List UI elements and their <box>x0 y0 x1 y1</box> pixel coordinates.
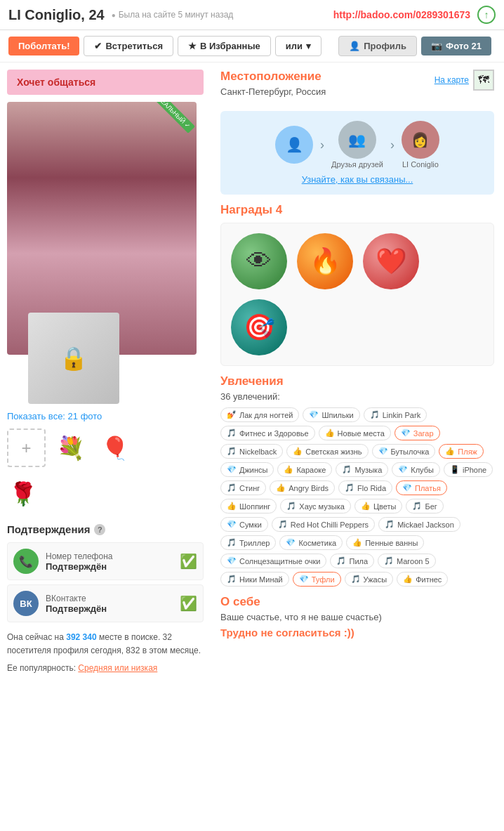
tag-icon: 🎵 <box>345 483 354 492</box>
tag-item[interactable]: 💎Шпильки <box>303 407 359 422</box>
avatar-user: 👩 <box>402 121 439 159</box>
interests-section: Увлечения 36 увлечений: 💅Лак для ногтей💎… <box>220 374 494 587</box>
tag-item[interactable]: 👍Цветы <box>354 499 403 513</box>
upload-button[interactable]: ↑ <box>477 6 496 24</box>
tag-item[interactable]: 🎵Хаус музыка <box>280 499 351 513</box>
tag-item[interactable]: 🎵Пила <box>330 554 374 568</box>
vk-status: Подтверждён <box>46 603 180 614</box>
tag-icon: 🎵 <box>412 502 422 511</box>
tag-label: Солнцезащитные очки <box>239 557 320 565</box>
tag-icon: 💎 <box>398 465 408 474</box>
tag-icon: 🎵 <box>342 465 352 474</box>
tag-item[interactable]: 👍Пляж <box>439 444 484 459</box>
tag-item[interactable]: 💎Солнцезащитные очки <box>220 554 326 568</box>
interests-count: 36 увлечений: <box>220 391 494 402</box>
tag-item[interactable]: 👍Шоппинг <box>220 499 277 513</box>
tag-item[interactable]: 🎵Ники Минай <box>220 572 289 587</box>
tag-label: Светская жизнь <box>305 447 362 456</box>
tag-item[interactable]: 💎Клубы <box>392 462 440 477</box>
tag-item[interactable]: 👍Караоке <box>277 462 332 477</box>
tag-item[interactable]: 🎵Nickelback <box>220 444 283 459</box>
gifts-row: + 💐 🎈 <box>7 428 204 467</box>
profile-link[interactable]: http://badoo.com/0289301673 <box>333 9 470 20</box>
meet-label: Встретиться <box>105 41 163 51</box>
show-all-photos-link[interactable]: Показать все: 21 фото <box>7 411 204 421</box>
tag-item[interactable]: 🎵Фитнес и Здоровье <box>220 426 315 440</box>
map-icon[interactable]: 🗺 <box>473 70 494 91</box>
tag-item[interactable]: 📱iPhone <box>444 462 493 477</box>
tag-item[interactable]: 🎵Музыка <box>336 462 388 477</box>
meet-button[interactable]: ✔ Встретиться <box>84 36 173 56</box>
tag-item[interactable]: 🎵Бег <box>406 499 443 513</box>
tag-label: Караоке <box>296 466 326 474</box>
profile-label: Профиль <box>364 41 406 51</box>
tag-label: Angry Birds <box>289 484 329 492</box>
tag-item[interactable]: 👍Фитнес <box>397 572 448 587</box>
tag-label: Mickael Jackson <box>397 521 454 529</box>
tag-label: Бутылочка <box>391 447 430 456</box>
connection-row: 👤 › 👥 Друзья друзей › 👩 LI Coniglio <box>275 121 439 169</box>
profile-tab-button[interactable]: 👤 Профиль <box>338 36 417 56</box>
photo-label: Фото 21 <box>446 41 482 51</box>
interests-title: Увлечения <box>220 374 494 388</box>
tag-item[interactable]: 🎵Linkin Park <box>364 407 427 422</box>
tag-label: Фитнес <box>416 575 442 584</box>
confirmations-section: Подтверждения ? 📞 Номер телефона Подтвер… <box>7 523 204 622</box>
tag-label: Стинг <box>239 484 260 492</box>
tag-item[interactable]: 🎵Триллер <box>220 535 276 550</box>
tag-label: Триллер <box>239 539 270 547</box>
tag-item[interactable]: 🎵Ужасы <box>345 572 394 587</box>
tag-item[interactable]: 🎵Mickael Jackson <box>378 517 460 532</box>
tag-label: Клубы <box>411 466 434 474</box>
tag-item[interactable]: 👍Светская жизнь <box>286 444 368 459</box>
confirmations-title: Подтверждения ? <box>7 523 204 535</box>
tag-item[interactable]: 💎Джинсы <box>220 462 274 477</box>
connection-link[interactable]: Узнайте, как вы связаны... <box>302 174 413 185</box>
tag-item[interactable]: 🎵Red Hot Chilli Peppers <box>272 517 375 532</box>
tag-item[interactable]: 💎Бутылочка <box>372 444 436 459</box>
star-icon: ★ <box>188 41 197 51</box>
about-section: О себе Ваше счастье, что я не ваше счаст… <box>220 595 494 639</box>
tag-item[interactable]: 🎵Flo Rida <box>338 480 392 495</box>
tag-item[interactable]: 💎Платья <box>396 480 447 495</box>
fav-button[interactable]: ★ В Избранные <box>178 36 271 56</box>
phone-label: Номер телефона <box>46 551 180 561</box>
help-icon[interactable]: ? <box>94 524 105 535</box>
vk-icon: ВК <box>13 591 39 616</box>
tag-item[interactable]: 💎Туфли <box>293 572 341 587</box>
chat-button[interactable]: Поболтать! <box>8 37 79 55</box>
friends-label: Друзья друзей <box>331 160 383 169</box>
tag-icon: 🎵 <box>385 520 394 529</box>
tag-label: Flo Rida <box>357 484 386 492</box>
more-button[interactable]: или ▾ <box>275 36 321 56</box>
tag-label: Платья <box>415 484 441 492</box>
tag-icon: 💎 <box>227 520 237 529</box>
tag-icon: 👍 <box>293 447 303 456</box>
tag-icon: 👍 <box>284 465 293 474</box>
tag-item[interactable]: 👍Пенные ванны <box>346 535 424 550</box>
rank-number: 392 340 <box>66 632 96 642</box>
tag-item[interactable]: 👍Новые места <box>319 426 391 440</box>
tag-item[interactable]: 👍Angry Birds <box>270 480 335 495</box>
phone-check-icon: ✅ <box>180 553 197 570</box>
tag-item[interactable]: 🎵Maroon 5 <box>378 554 435 568</box>
map-link[interactable]: На карте <box>435 75 469 85</box>
photo-tab-button[interactable]: 📷 Фото 21 <box>421 37 491 55</box>
tag-item[interactable]: 💅Лак для ногтей <box>220 407 299 422</box>
tag-item[interactable]: 💎Загар <box>394 426 440 440</box>
tag-item[interactable]: 💎Сумки <box>220 517 268 532</box>
tag-label: Шоппинг <box>239 502 270 511</box>
tag-item[interactable]: 💎Косметика <box>279 535 343 550</box>
map-link-area: На карте 🗺 <box>435 70 494 91</box>
tag-label: Загар <box>413 429 434 438</box>
tag-item[interactable]: 🎵Стинг <box>220 480 266 495</box>
award-eye: 👁 <box>231 233 287 289</box>
tag-label: Бег <box>425 502 437 511</box>
tag-label: Nickelback <box>239 447 277 456</box>
add-gift-button[interactable]: + <box>7 428 46 467</box>
phone-status: Подтверждён <box>46 561 180 572</box>
popularity-link[interactable]: Средняя или низкая <box>78 663 157 673</box>
avatar-me: 👤 <box>275 126 313 164</box>
tag-label: Музыка <box>354 466 382 474</box>
tag-label: Шпильки <box>321 411 353 419</box>
